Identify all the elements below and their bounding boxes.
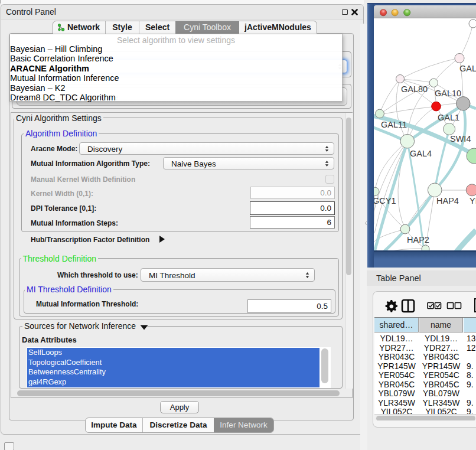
svg-text:GAL1: GAL1 [438,113,459,122]
svg-text:SWI4: SWI4 [450,134,471,144]
svg-text:GAL4: GAL4 [410,149,432,158]
svg-text:YM: YM [470,196,476,206]
svg-text:GCY1: GCY1 [374,196,396,206]
svg-text:GAL7: GAL7 [459,64,476,73]
svg-text:GAL80: GAL80 [401,84,428,94]
svg-text:GAL11: GAL11 [381,120,407,129]
svg-text:HAP2: HAP2 [407,235,429,244]
svg-text:HAP4: HAP4 [436,196,459,206]
svg-text:GAL10: GAL10 [435,89,461,98]
